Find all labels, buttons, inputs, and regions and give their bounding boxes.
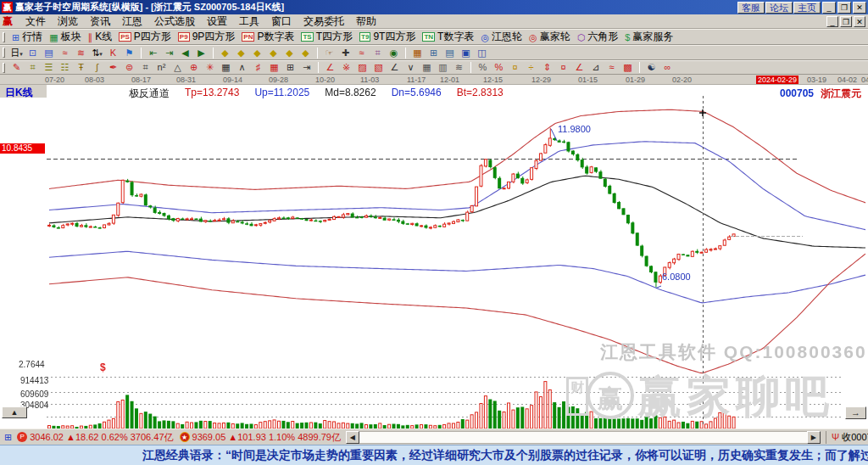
first-page-button[interactable]: ⇤: [146, 47, 160, 59]
period-day-button[interactable]: 日▾: [9, 47, 24, 59]
child-close-button[interactable]: ✕: [854, 16, 865, 27]
menu-工具[interactable]: 工具: [233, 14, 265, 29]
kline-button[interactable]: ∥K线: [85, 30, 116, 44]
shade-c-button[interactable]: ▩: [620, 61, 635, 74]
fence-tool-button[interactable]: ♯: [251, 61, 265, 74]
golden-a-button[interactable]: ¤: [508, 61, 522, 74]
save-chart-button[interactable]: ◫: [475, 47, 489, 59]
web-tool-button[interactable]: ⌗: [370, 47, 385, 59]
titlebar-link-客服[interactable]: 客服: [737, 2, 765, 14]
winner-wheel-button[interactable]: ◎赢家轮: [526, 30, 574, 44]
quote-window-button[interactable]: ⊡: [25, 47, 40, 59]
golden-c-button[interactable]: ¤: [556, 61, 570, 74]
flag-button[interactable]: ⚑: [122, 47, 136, 59]
calculator-button[interactable]: ⊞: [426, 47, 441, 59]
compress-h-button[interactable]: ◆: [266, 47, 281, 59]
scrollbar-track[interactable]: [359, 431, 807, 444]
globe-button[interactable]: ◉: [387, 47, 401, 59]
crosshair-button[interactable]: ✚: [338, 47, 353, 59]
waves-tool-button[interactable]: ≋: [452, 61, 466, 74]
close-button[interactable]: ✕: [853, 2, 866, 14]
volume-expand-button[interactable]: ▲: [2, 406, 27, 418]
notes-button[interactable]: ▤: [442, 47, 457, 59]
t-square-button[interactable]: TST四方形: [298, 30, 356, 44]
lines-button[interactable]: ≈: [604, 61, 619, 74]
grid-square-button[interactable]: ⊞: [283, 61, 298, 74]
updown-button[interactable]: ⇕: [540, 61, 554, 74]
zoom-diamond-2-button[interactable]: ◆: [234, 47, 248, 59]
grid-e-tool-button[interactable]: ▥: [436, 61, 450, 74]
anchor-tool-button[interactable]: ∠: [323, 61, 337, 74]
expand-v-button[interactable]: ◆: [282, 47, 297, 59]
angle-g-button[interactable]: ⊿: [588, 61, 603, 74]
prev-bar-button[interactable]: ◀: [178, 47, 192, 59]
info-window-button[interactable]: ▤: [42, 47, 56, 59]
t-number-table-button[interactable]: TNT数字表: [419, 30, 477, 44]
calendar-button[interactable]: ▦: [410, 47, 425, 59]
expand-h-button[interactable]: ◆: [250, 47, 264, 59]
draw-pen-button[interactable]: ✎: [9, 61, 24, 74]
quotes-button[interactable]: ⊞行情: [8, 30, 46, 44]
titlebar-link-论坛[interactable]: 论坛: [765, 2, 793, 14]
wave-9-button[interactable]: ≋: [74, 47, 88, 59]
minimize-button[interactable]: _: [822, 2, 836, 14]
angle2-tool-button[interactable]: ∠: [387, 61, 402, 74]
wave-3-button[interactable]: ≈: [58, 47, 72, 59]
rays-tool-button[interactable]: ※: [339, 61, 353, 74]
gann-grid-button[interactable]: ⌗: [25, 61, 40, 74]
save-button[interactable]: ▣: [459, 47, 473, 59]
menu-窗口[interactable]: 窗口: [265, 14, 298, 29]
menu-设置[interactable]: 设置: [201, 14, 233, 29]
infinity-button[interactable]: ∞: [660, 61, 675, 74]
t-ruler-button[interactable]: Ŧ: [74, 61, 88, 74]
percent-a-button[interactable]: %: [476, 61, 490, 74]
menu-浏览[interactable]: 浏览: [52, 14, 84, 29]
scrollbar-right-arrow-icon[interactable]: ▶: [807, 431, 821, 444]
9p-square-button[interactable]: P99P四方形: [175, 30, 238, 44]
menu-江恩[interactable]: 江恩: [116, 14, 148, 29]
hash-tool-button[interactable]: ⌗: [138, 61, 153, 74]
restore-button[interactable]: ❐: [837, 2, 851, 14]
quote-grid-icon[interactable]: ⊞: [4, 432, 12, 443]
menu-文件[interactable]: 文件: [19, 14, 52, 29]
p-square-button[interactable]: PSP四方形: [115, 30, 175, 44]
shade-b-tool-button[interactable]: ▧: [371, 61, 386, 74]
next-bar-button[interactable]: ▶: [194, 47, 209, 59]
p-number-table-button[interactable]: PNP数字表: [238, 30, 298, 44]
gann-fan-lines-button[interactable]: ☷: [58, 61, 72, 74]
child-minimize-button[interactable]: _: [826, 16, 838, 27]
peak-tool-button[interactable]: ∧: [235, 61, 249, 74]
shade-a-tool-button[interactable]: ▨: [355, 61, 370, 74]
yinyang-button[interactable]: ☯: [644, 61, 659, 74]
child-restore-button[interactable]: ❐: [840, 16, 852, 27]
menu-帮助[interactable]: 帮助: [350, 14, 382, 29]
percent-b-button[interactable]: %: [492, 61, 506, 74]
drag-hand-button[interactable]: ☞: [322, 47, 337, 59]
golden-b-button[interactable]: ÷: [524, 61, 538, 74]
menu-公式选股[interactable]: 公式选股: [148, 14, 201, 29]
k-chart-button[interactable]: K: [106, 47, 120, 59]
target-tool-button[interactable]: ⊕: [186, 61, 201, 74]
horizontal-scrollbar[interactable]: ◀ ▶: [346, 431, 821, 444]
check-tool-button[interactable]: ∨: [403, 61, 418, 74]
n2-tool-button[interactable]: n²: [154, 61, 169, 74]
circle-tool-button[interactable]: ⊜: [122, 61, 136, 74]
net-tool-button[interactable]: ▦: [219, 61, 233, 74]
compress-v-button[interactable]: ◆: [298, 47, 313, 59]
angle-f-button[interactable]: ∠: [572, 61, 587, 74]
9t-square-button[interactable]: T99T四方形: [356, 30, 419, 44]
candle-style-button[interactable]: ⇅▾: [90, 47, 104, 59]
s-curve-button[interactable]: ∫: [90, 61, 104, 74]
last-page-button[interactable]: ⇥: [162, 47, 176, 59]
gann-wheel-button[interactable]: ◎江恩轮: [477, 30, 526, 44]
sectors-button[interactable]: ▦板块: [46, 30, 84, 44]
trend-wave-button[interactable]: ≈: [354, 47, 369, 59]
starburst-tool-button[interactable]: ✳: [203, 61, 217, 74]
fence2-tool-button[interactable]: ▦: [267, 61, 281, 74]
tab-right-button[interactable]: ⇥: [299, 61, 314, 74]
titlebar-link-主页[interactable]: 主页: [793, 2, 821, 14]
angle-tool-button[interactable]: △: [170, 61, 185, 74]
pen2-button[interactable]: ✒: [106, 61, 120, 74]
winner-service-button[interactable]: $赢家服务: [621, 30, 676, 44]
hexagon-button[interactable]: ⬡六角形: [574, 30, 622, 44]
